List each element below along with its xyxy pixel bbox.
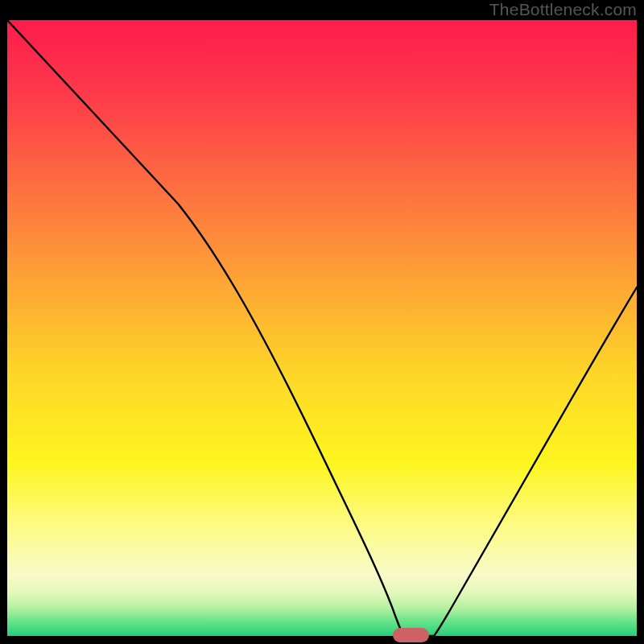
watermark-text: TheBottleneck.com bbox=[489, 0, 637, 19]
plot-area bbox=[7, 20, 637, 636]
bottleneck-curve bbox=[7, 20, 637, 636]
optimal-marker bbox=[393, 628, 429, 642]
chart-outer-frame: TheBottleneck.com bbox=[0, 0, 644, 644]
